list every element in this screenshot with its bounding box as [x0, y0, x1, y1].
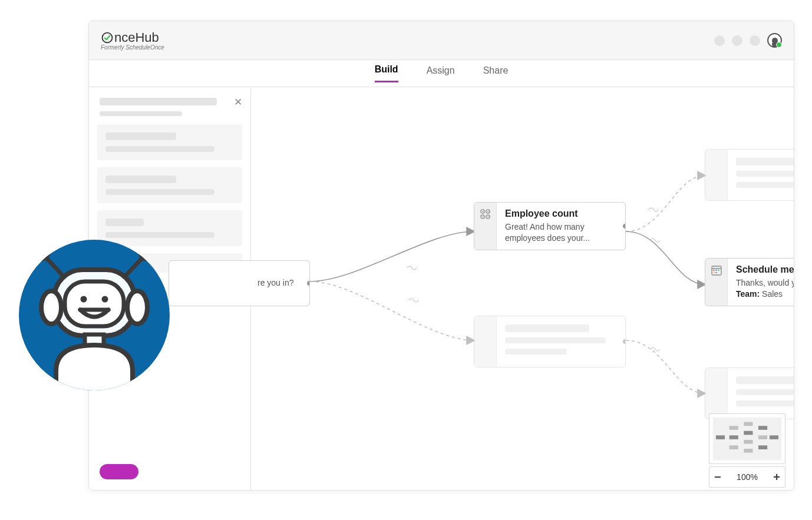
svg-point-35	[127, 291, 147, 324]
svg-rect-7	[713, 270, 714, 271]
sidebar-footer	[89, 453, 250, 490]
sidebar-card[interactable]	[97, 124, 242, 160]
tabs: Build Assign Share	[89, 60, 794, 87]
flow-node-placeholder[interactable]	[474, 316, 626, 367]
calendar-icon	[705, 259, 728, 306]
profile-avatar[interactable]	[767, 33, 782, 48]
canvas[interactable]: re you in? Employee count Great! And ho	[251, 87, 794, 490]
svg-rect-8	[715, 270, 717, 271]
svg-rect-16	[744, 422, 752, 426]
zoom-out-button[interactable]: −	[714, 471, 721, 483]
svg-point-28	[34, 245, 48, 259]
placeholder-icon	[705, 150, 728, 200]
svg-point-32	[81, 296, 87, 303]
svg-point-34	[41, 291, 61, 324]
logo-subtitle: Formerly ScheduleOnce	[101, 44, 164, 51]
svg-rect-11	[715, 272, 717, 273]
placeholder-icon	[474, 316, 497, 367]
close-icon[interactable]: ✕	[234, 96, 242, 108]
flow-node-industry[interactable]: re you in?	[169, 260, 310, 306]
flow-node-placeholder[interactable]	[705, 367, 794, 419]
sidebar-subtitle-placeholder	[100, 111, 182, 116]
node-subtitle: re you in?	[258, 277, 301, 289]
bot-avatar-icon	[15, 236, 174, 395]
svg-rect-15	[730, 445, 738, 449]
minimap[interactable]	[709, 413, 785, 464]
svg-rect-9	[718, 270, 719, 271]
logo-text: nceHub	[101, 30, 164, 45]
svg-rect-14	[730, 435, 738, 439]
zoom-controls: − 100% +	[709, 466, 785, 488]
app-window: nceHub Formerly ScheduleOnce Build Assig…	[88, 21, 794, 491]
svg-rect-19	[744, 449, 752, 453]
zoom-level: 100%	[737, 472, 758, 482]
primary-action-button[interactable]	[100, 464, 138, 479]
svg-rect-22	[758, 445, 767, 449]
node-port[interactable]	[623, 339, 626, 344]
svg-rect-21	[758, 435, 767, 439]
flow-node-schedule-meeting[interactable]: Schedule meeting Thanks, would you like.…	[705, 258, 794, 306]
svg-rect-12	[716, 435, 725, 439]
node-title: Schedule meeting	[736, 264, 794, 275]
topbar-placeholder-icon	[714, 35, 725, 46]
svg-rect-13	[730, 426, 738, 430]
topbar: nceHub Formerly ScheduleOnce	[89, 21, 794, 60]
node-title: Employee count	[505, 208, 617, 219]
logo: nceHub Formerly ScheduleOnce	[101, 30, 164, 51]
sidebar-header: ✕	[89, 87, 250, 121]
svg-point-33	[102, 296, 108, 303]
svg-point-29	[140, 245, 154, 259]
placeholder-icon	[705, 368, 728, 419]
node-subtitle: Thanks, would you like...	[736, 277, 794, 289]
node-port[interactable]	[623, 224, 626, 228]
zoom-in-button[interactable]: +	[773, 471, 780, 483]
logo-name: nceHub	[114, 30, 159, 45]
svg-rect-17	[744, 431, 752, 435]
node-team: Team: Sales	[736, 289, 794, 300]
body: ✕	[89, 87, 794, 490]
flow-node-employee-count[interactable]: Employee count Great! And how many emplo…	[474, 202, 626, 250]
logo-mark-icon	[101, 31, 114, 44]
svg-rect-20	[758, 426, 767, 430]
multiple-choice-icon	[474, 203, 497, 250]
svg-rect-18	[744, 440, 752, 444]
topbar-placeholder-icon	[732, 35, 742, 46]
node-port[interactable]	[307, 281, 310, 286]
tab-share[interactable]: Share	[483, 65, 509, 82]
node-subtitle: Great! And how many employees does your.…	[505, 221, 617, 244]
svg-rect-31	[65, 281, 124, 326]
topbar-placeholder-icon	[750, 35, 760, 46]
topbar-right	[714, 33, 782, 48]
sidebar-card[interactable]	[97, 167, 242, 203]
flow-node-placeholder[interactable]	[705, 149, 794, 201]
sidebar-title-placeholder	[100, 98, 217, 105]
tab-assign[interactable]: Assign	[427, 65, 455, 82]
svg-rect-10	[713, 272, 714, 273]
tab-build[interactable]: Build	[375, 64, 398, 82]
svg-rect-23	[770, 435, 778, 439]
